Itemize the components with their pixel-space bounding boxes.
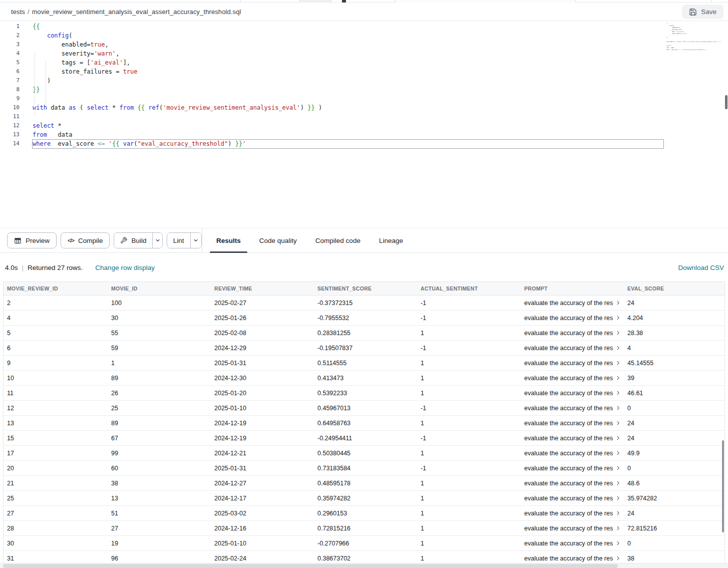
code-line: with data as ( select * from {{ ref('mov… [33,103,322,112]
line-number: 4 [0,49,20,58]
table-row: 28272024-12-160.728152161evaluate the ac… [4,521,724,536]
table-cell: 2025-02-08 [211,330,314,337]
table-cell: 96 [108,555,211,562]
prompt-cell[interactable]: evaluate the accuracy of the res… [521,315,624,322]
prompt-cell[interactable]: evaluate the accuracy of the res… [521,525,624,532]
table-cell: 26 [108,390,211,397]
table-cell: 1 [108,360,211,367]
file-tab-edge [299,0,331,3]
tab-code-quality[interactable]: Code quality [259,228,297,252]
horizontal-scrollbar-thumb[interactable] [3,564,618,568]
lint-dropdown-button[interactable] [190,233,201,248]
table-cell: 2024-12-19 [211,420,314,427]
horizontal-scrollbar[interactable] [0,563,728,568]
table-cell: -1 [417,345,521,352]
prompt-preview-text: evaluate the accuracy of the res… [524,555,613,562]
code-icon: </> [68,237,74,243]
lint-button[interactable]: Lint [167,233,190,248]
chevron-down-icon [155,237,161,243]
expand-chevron-icon [615,435,621,441]
prompt-cell[interactable]: evaluate the accuracy of the res… [521,435,624,442]
prompt-cell[interactable]: evaluate the accuracy of the res… [521,330,624,337]
prompt-preview-text: evaluate the accuracy of the res… [524,495,613,502]
table-scrollbar-thumb[interactable] [722,440,724,532]
prompt-cell[interactable]: evaluate the accuracy of the res… [521,390,624,397]
table-cell: 100 [108,300,211,307]
line-number: 3 [0,40,20,49]
file-tab-edge [395,0,576,3]
prompt-preview-text: evaluate the accuracy of the res… [524,420,613,427]
prompt-cell[interactable]: evaluate the accuracy of the res… [521,510,624,517]
download-csv-link[interactable]: Download CSV [678,264,724,271]
prompt-cell[interactable]: evaluate the accuracy of the res… [521,465,624,472]
save-button[interactable]: Save [682,5,723,19]
table-body: 21002025-02-27-0.37372315-1evaluate the … [4,296,724,563]
prompt-cell[interactable]: evaluate the accuracy of the res… [521,375,624,382]
table-cell: 1 [417,450,521,457]
table-cell: 25 [4,495,108,502]
chevron-down-icon [193,237,199,243]
prompt-cell[interactable]: evaluate the accuracy of the res… [521,540,624,547]
code-line: enabled=true, [33,40,322,49]
table-cell: 4.204 [624,315,724,322]
prompt-cell[interactable]: evaluate the accuracy of the res… [521,480,624,487]
table-row: 6592024-12-29-0.19507837-1evaluate the a… [4,341,724,356]
table-cell: 30 [108,315,211,322]
table-cell: -0.24954411 [314,435,417,442]
table-cell: 0.64958763 [314,420,417,427]
title-bar: tests/movie_review_sentiment_analysis_ev… [0,3,728,21]
tab-lineage[interactable]: Lineage [379,228,403,252]
prompt-cell[interactable]: evaluate the accuracy of the res… [521,405,624,412]
table-cell: 9 [4,360,108,367]
prompt-cell[interactable]: evaluate the accuracy of the res… [521,300,624,307]
table-cell: 21 [4,480,108,487]
table-cell: 24 [624,510,724,517]
build-dropdown-button[interactable] [152,233,162,248]
prompt-cell[interactable]: evaluate the accuracy of the res… [521,360,624,367]
expand-chevron-icon [615,390,621,396]
tab-modified-dot [342,0,346,3]
table-cell: 38 [624,555,724,562]
expand-chevron-icon [615,345,621,351]
breadcrumb: tests/movie_review_sentiment_analysis_ev… [11,8,241,16]
table-cell: 0.2960153 [314,510,417,517]
table-cell: 39 [624,375,724,382]
minimap[interactable]: {{ config( enabled=true, severity='warn'… [666,23,724,51]
results-table: MOVIE_REVIEW_IDMOVIE_IDREVIEW_TIMESENTIM… [3,281,725,563]
table-cell: 46.61 [624,390,724,397]
breadcrumb-separator: / [28,8,30,16]
table-cell: 49.9 [624,450,724,457]
table-row: 12252025-01-100.45967013-1evaluate the a… [4,401,724,416]
table-cell: 2025-02-24 [211,555,314,562]
table-cell: 0.413473 [314,375,417,382]
query-status: 4.0s | Returned 27 rows. Change row disp… [5,264,155,271]
table-cell: 2024-12-30 [211,375,314,382]
table-cell: 27 [4,510,108,517]
tab-compiled-code[interactable]: Compiled code [315,228,360,252]
table-cell: 55 [108,330,211,337]
table-cell: 2025-01-26 [211,315,314,322]
tab-results[interactable]: Results [216,228,241,252]
expand-chevron-icon [615,480,621,486]
prompt-cell[interactable]: evaluate the accuracy of the res… [521,450,624,457]
compile-button[interactable]: </> Compile [61,232,110,248]
editor-code[interactable]: {{ config( enabled=true, severity='warn'… [22,22,322,228]
breadcrumb-folder[interactable]: tests [11,8,25,16]
prompt-cell[interactable]: evaluate the accuracy of the res… [521,345,624,352]
code-line: ) [33,76,322,85]
code-editor[interactable]: 1234567891011121314 {{ config( enabled=t… [0,21,728,228]
table-row: 15672024-12-19-0.24954411-1evaluate the … [4,431,724,446]
prompt-cell[interactable]: evaluate the accuracy of the res… [521,420,624,427]
change-row-display-link[interactable]: Change row display [95,264,155,271]
table-cell: 19 [108,540,211,547]
line-number: 2 [0,31,20,40]
build-button[interactable]: Build [114,233,152,248]
preview-button[interactable]: Preview [7,232,57,248]
editor-scrollbar-thumb[interactable] [725,95,727,109]
code-line: }} [33,85,322,94]
table-cell: -1 [417,465,521,472]
prompt-cell[interactable]: evaluate the accuracy of the res… [521,555,624,562]
prompt-cell[interactable]: evaluate the accuracy of the res… [521,495,624,502]
line-number: 13 [0,130,20,139]
table-cell: 48.6 [624,480,724,487]
